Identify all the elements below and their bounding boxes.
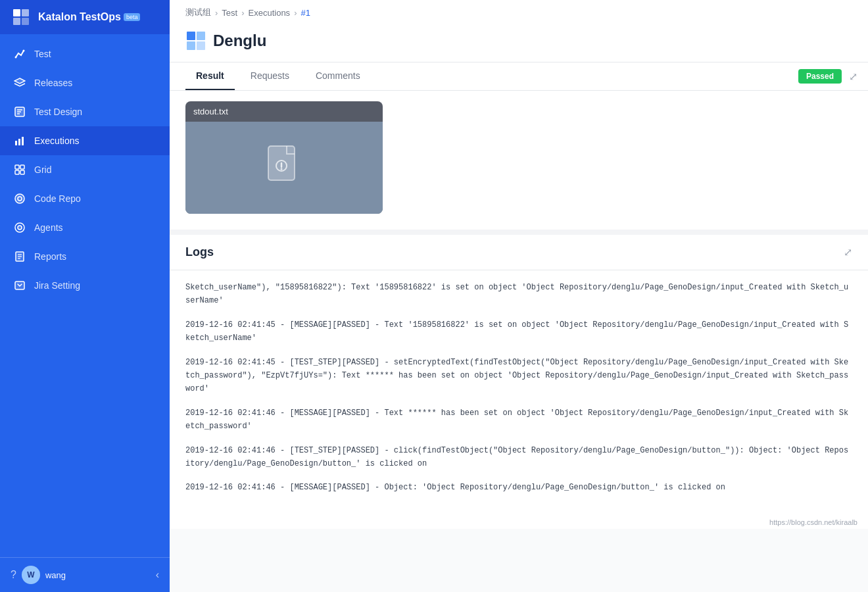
log-entry-1: 2019-12-16 02:41:45 - [MESSAGE][PASSED] … bbox=[185, 318, 852, 345]
file-card[interactable]: stdout.txt bbox=[185, 101, 383, 214]
svg-rect-13 bbox=[15, 165, 19, 169]
sidebar-item-test-design[interactable]: Test Design bbox=[0, 97, 170, 126]
log-line: 2019-12-16 02:41:45 - [TEST_STEP][PASSED… bbox=[185, 356, 852, 396]
breadcrumb-current: #1 bbox=[301, 8, 310, 18]
breadcrumb-sep-1: › bbox=[241, 8, 244, 18]
log-line: Sketch_userName"), "15895816822"): Text … bbox=[185, 281, 852, 308]
tabs-bar: Result Requests Comments Passed ⤢ bbox=[170, 62, 868, 91]
breadcrumb-sep-2: › bbox=[294, 8, 297, 18]
file-card-body bbox=[185, 122, 383, 214]
svg-rect-28 bbox=[187, 41, 195, 50]
sidebar-item-reports-label: Reports bbox=[34, 251, 66, 262]
svg-rect-12 bbox=[22, 137, 24, 145]
sidebar-item-grid[interactable]: Grid bbox=[0, 155, 170, 184]
log-entry-3: 2019-12-16 02:41:46 - [MESSAGE][PASSED] … bbox=[185, 407, 852, 433]
sidebar-logo: Katalon TestOps beta bbox=[0, 0, 170, 34]
tab-comments[interactable]: Comments bbox=[305, 62, 371, 90]
breadcrumb: 测试组 › Test › Executions › #1 bbox=[170, 0, 868, 25]
logs-expand-icon[interactable]: ⤢ bbox=[844, 246, 852, 259]
test-design-icon bbox=[13, 105, 26, 118]
sidebar-item-reports[interactable]: Reports bbox=[0, 242, 170, 271]
breadcrumb-sep-0: › bbox=[215, 8, 218, 18]
log-entry-2: 2019-12-16 02:41:45 - [TEST_STEP][PASSED… bbox=[185, 356, 852, 396]
page-icon bbox=[185, 30, 206, 51]
releases-icon bbox=[13, 76, 26, 89]
file-card-header: stdout.txt bbox=[185, 101, 383, 122]
filename-label: stdout.txt bbox=[193, 107, 228, 116]
executions-icon bbox=[13, 134, 26, 147]
sidebar-item-executions[interactable]: Executions bbox=[0, 126, 170, 155]
log-line: 2019-12-16 02:41:46 - [MESSAGE][PASSED] … bbox=[185, 407, 852, 433]
log-entry-4: 2019-12-16 02:41:46 - [TEST_STEP][PASSED… bbox=[185, 444, 852, 471]
agents-icon bbox=[13, 221, 26, 234]
beta-badge: beta bbox=[124, 13, 141, 21]
svg-rect-3 bbox=[22, 18, 29, 25]
svg-rect-26 bbox=[187, 32, 195, 40]
svg-rect-14 bbox=[20, 165, 24, 169]
jira-setting-icon bbox=[13, 279, 26, 292]
log-entry-0: Sketch_userName"), "15895816822"): Text … bbox=[185, 281, 852, 308]
svg-point-4 bbox=[15, 57, 17, 59]
sidebar-item-agents[interactable]: Agents bbox=[0, 213, 170, 242]
footer-user: ? W wang bbox=[11, 566, 66, 584]
sidebar-item-grid-label: Grid bbox=[34, 164, 51, 175]
breadcrumb-item-2[interactable]: Executions bbox=[249, 8, 291, 18]
content-area: stdout.txt L bbox=[170, 91, 868, 592]
avatar: W bbox=[22, 566, 40, 584]
svg-point-33 bbox=[281, 168, 283, 170]
sidebar-item-jira-setting-label: Jira Setting bbox=[34, 280, 80, 291]
svg-rect-29 bbox=[197, 41, 205, 50]
sidebar-item-releases[interactable]: Releases bbox=[0, 68, 170, 97]
page-header: Denglu bbox=[170, 25, 868, 62]
main-content: 测试组 › Test › Executions › #1 Denglu Resu… bbox=[170, 0, 868, 592]
test-icon bbox=[13, 47, 26, 61]
sidebar-item-test-label: Test bbox=[34, 49, 51, 59]
svg-rect-10 bbox=[15, 141, 17, 145]
sidebar-item-code-repo[interactable]: Code Repo bbox=[0, 184, 170, 213]
logs-title: Logs bbox=[185, 245, 214, 259]
sidebar-item-executions-label: Executions bbox=[34, 136, 79, 146]
breadcrumb-item-1[interactable]: Test bbox=[222, 8, 237, 18]
svg-point-5 bbox=[23, 50, 25, 52]
sidebar-item-test[interactable]: Test bbox=[0, 39, 170, 68]
sidebar-item-releases-label: Releases bbox=[34, 78, 72, 88]
sidebar-footer: ? W wang ‹ bbox=[0, 557, 170, 592]
svg-rect-16 bbox=[20, 170, 24, 174]
help-icon[interactable]: ? bbox=[11, 569, 16, 581]
svg-rect-2 bbox=[13, 18, 20, 25]
log-line: 2019-12-16 02:41:46 - [MESSAGE][PASSED] … bbox=[185, 481, 852, 494]
file-preview-section: stdout.txt bbox=[170, 91, 868, 235]
reports-icon bbox=[13, 250, 26, 263]
sidebar-item-test-design-label: Test Design bbox=[34, 107, 82, 117]
sidebar-item-jira-setting[interactable]: Jira Setting bbox=[0, 271, 170, 300]
svg-rect-0 bbox=[13, 9, 20, 16]
sidebar-item-agents-label: Agents bbox=[34, 222, 63, 233]
svg-rect-11 bbox=[18, 139, 20, 145]
log-entry-5: 2019-12-16 02:41:46 - [MESSAGE][PASSED] … bbox=[185, 481, 852, 494]
logs-section: Logs ⤢ Sketch_userName"), "15895816822")… bbox=[170, 235, 868, 529]
tab-requests[interactable]: Requests bbox=[240, 62, 300, 90]
page-title: Denglu bbox=[213, 32, 266, 50]
log-line: 2019-12-16 02:41:45 - [MESSAGE][PASSED] … bbox=[185, 318, 852, 345]
svg-rect-17 bbox=[15, 194, 24, 203]
svg-rect-27 bbox=[197, 32, 205, 40]
tab-result[interactable]: Result bbox=[185, 62, 235, 90]
sidebar-item-code-repo-label: Code Repo bbox=[34, 193, 81, 204]
log-line: 2019-12-16 02:41:46 - [TEST_STEP][PASSED… bbox=[185, 444, 852, 471]
breadcrumb-item-0[interactable]: 测试组 bbox=[185, 7, 211, 18]
watermark: https://blog.csdn.net/kiraalb bbox=[170, 516, 868, 529]
svg-rect-15 bbox=[15, 170, 19, 174]
logo-icon bbox=[11, 7, 32, 28]
username-label: wang bbox=[45, 570, 66, 580]
passed-badge: Passed bbox=[798, 69, 842, 84]
file-warning-icon bbox=[266, 143, 302, 193]
svg-rect-1 bbox=[22, 9, 29, 16]
logo-text: Katalon TestOps bbox=[38, 11, 121, 23]
sidebar: Katalon TestOps beta Test Releases bbox=[0, 0, 170, 592]
svg-point-20 bbox=[18, 226, 22, 230]
logs-header: Logs ⤢ bbox=[170, 235, 868, 270]
grid-icon bbox=[13, 163, 26, 176]
expand-icon[interactable]: ⤢ bbox=[849, 70, 857, 83]
collapse-icon[interactable]: ‹ bbox=[156, 569, 159, 581]
code-repo-icon bbox=[13, 192, 26, 205]
